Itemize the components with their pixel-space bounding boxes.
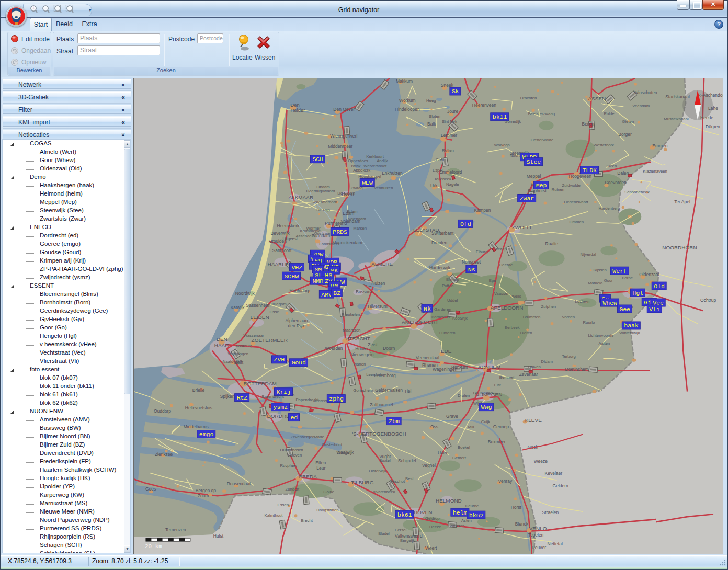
svg-text:Terneuzen: Terneuzen <box>165 527 186 532</box>
svg-text:Vli: Vli <box>649 306 660 313</box>
svg-text:Waalwijk: Waalwijk <box>336 450 354 455</box>
svg-text:PRDS: PRDS <box>333 229 347 235</box>
svg-text:Monnickendam: Monnickendam <box>332 240 362 245</box>
svg-text:ZWOLLE: ZWOLLE <box>512 224 533 230</box>
svg-text:ZVH: ZVH <box>274 356 285 363</box>
svg-text:NOORDHORN: NOORDHORN <box>662 245 697 250</box>
svg-text:helm: helm <box>453 509 468 516</box>
svg-text:Didam: Didam <box>541 359 553 364</box>
svg-text:Doorn: Doorn <box>383 346 395 351</box>
svg-text:bk11: bk11 <box>493 113 507 120</box>
svg-text:HAAG: HAAG <box>214 343 230 348</box>
svg-text:Twello: Twello <box>510 294 521 299</box>
svg-text:DEN: DEN <box>217 336 228 342</box>
svg-text:Reuver: Reuver <box>532 545 546 550</box>
svg-text:Weert: Weert <box>425 545 437 551</box>
svg-text:Oisterwijk: Oisterwijk <box>369 469 386 473</box>
svg-text:Enkhuizen: Enkhuizen <box>382 170 403 176</box>
svg-text:Workum: Workum <box>399 98 415 103</box>
svg-text:Creil: Creil <box>436 157 444 162</box>
svg-text:Lisse: Lisse <box>270 310 279 314</box>
svg-text:Roosendaal: Roosendaal <box>227 481 251 486</box>
svg-text:Uddel: Uddel <box>447 298 458 303</box>
svg-text:Helder: Helder <box>290 107 305 113</box>
svg-text:haak: haak <box>624 322 639 329</box>
svg-text:Schermerhorn: Schermerhorn <box>311 200 337 204</box>
svg-text:Musselkanaal: Musselkanaal <box>664 117 689 121</box>
svg-text:BREDA: BREDA <box>299 474 317 480</box>
svg-text:Wageningen: Wageningen <box>433 367 458 372</box>
svg-text:ZOETERMEER: ZOETERMEER <box>252 337 288 343</box>
svg-text:Ter Apel: Ter Apel <box>674 199 690 204</box>
svg-text:Ouddorp: Ouddorp <box>154 408 171 414</box>
svg-text:Rolde: Rolde <box>604 111 614 116</box>
svg-text:WEW: WEW <box>362 179 373 186</box>
svg-text:Schoonebeek: Schoonebeek <box>624 190 650 195</box>
svg-text:Winschoten: Winschoten <box>634 90 657 95</box>
svg-text:Gennep: Gennep <box>493 424 509 429</box>
svg-text:Vaassen: Vaassen <box>494 291 510 296</box>
svg-text:Oldenzaal: Oldenzaal <box>639 272 659 277</box>
svg-text:Heerhugowaard: Heerhugowaard <box>306 189 335 193</box>
svg-text:IJmuiden: IJmuiden <box>269 238 287 244</box>
svg-text:Doetinchem: Doetinchem <box>565 367 589 372</box>
svg-text:Boekel: Boekel <box>458 445 470 450</box>
svg-text:Zbm: Zbm <box>389 418 400 425</box>
svg-text:TILBURG: TILBURG <box>351 480 373 485</box>
svg-text:Emmeloord: Emmeloord <box>439 169 462 175</box>
svg-text:Dedemsvaart: Dedemsvaart <box>564 200 589 204</box>
svg-text:Horst: Horst <box>511 505 522 510</box>
svg-text:ALMERE: ALMERE <box>371 261 393 267</box>
svg-text:Hillegom: Hillegom <box>271 302 287 306</box>
svg-text:ed: ed <box>290 414 298 421</box>
svg-text:NMR: NMR <box>312 278 323 284</box>
svg-text:Swifterbant: Swifterbant <box>431 231 454 236</box>
svg-text:AMV: AMV <box>321 291 332 298</box>
svg-text:Twisk: Twisk <box>350 164 361 168</box>
svg-text:Hilversum: Hilversum <box>368 304 388 309</box>
svg-text:Zundert: Zundert <box>285 487 300 492</box>
svg-text:Dalen: Dalen <box>617 170 629 176</box>
svg-text:Grave: Grave <box>446 414 458 419</box>
svg-text:Epe: Epe <box>489 278 496 283</box>
svg-text:SCH: SCH <box>312 156 323 163</box>
svg-text:Sleen: Sleen <box>606 164 617 168</box>
svg-text:Papendrecht: Papendrecht <box>295 397 319 402</box>
svg-text:Zeist: Zeist <box>368 342 378 347</box>
svg-text:Heemskerk: Heemskerk <box>277 223 300 229</box>
svg-text:LEIDEN: LEIDEN <box>251 314 269 320</box>
svg-text:Valkenswaard: Valkenswaard <box>395 533 423 539</box>
svg-text:Santpoort: Santpoort <box>272 248 292 253</box>
svg-text:Woerden: Woerden <box>325 346 343 351</box>
svg-text:Markelo: Markelo <box>588 281 602 286</box>
svg-text:Lunteren: Lunteren <box>439 330 456 335</box>
svg-text:Best: Best <box>405 476 414 481</box>
svg-text:Venhuizen: Venhuizen <box>374 186 393 190</box>
svg-text:Bemmel: Bemmel <box>499 375 515 380</box>
svg-text:Katwijk: Katwijk <box>231 305 245 310</box>
svg-text:Gorinchem: Gorinchem <box>353 388 373 393</box>
svg-text:Westerbork: Westerbork <box>593 143 614 147</box>
svg-text:TLDK: TLDK <box>582 167 597 174</box>
svg-text:KLEVE: KLEVE <box>525 417 542 423</box>
svg-text:Mep: Mep <box>536 182 547 189</box>
svg-text:Heerenveen: Heerenveen <box>472 102 496 108</box>
svg-text:Harderwijk: Harderwijk <box>429 265 451 270</box>
svg-text:Hardenberg: Hardenberg <box>598 206 620 211</box>
svg-text:Wezep: Wezep <box>494 247 507 252</box>
svg-text:Hoorn: Hoorn <box>342 192 354 197</box>
svg-text:Veenendaal: Veenendaal <box>416 355 439 360</box>
svg-text:Beetsterzwaag: Beetsterzwaag <box>528 111 555 116</box>
svg-text:ASSEN: ASSEN <box>588 96 606 101</box>
svg-text:Zevenaar: Zevenaar <box>519 372 538 377</box>
svg-text:Hellevoetsluis: Hellevoetsluis <box>185 405 212 411</box>
svg-text:VENLO: VENLO <box>529 526 547 531</box>
svg-text:Wateringen: Wateringen <box>228 351 248 356</box>
svg-text:Stee: Stee <box>527 158 541 165</box>
svg-text:Abbekerk: Abbekerk <box>353 168 370 173</box>
svg-text:Borne: Borne <box>622 276 633 280</box>
svg-text:Goes: Goes <box>145 486 156 492</box>
svg-text:Weeze: Weeze <box>534 459 548 464</box>
svg-text:Zaltbommel: Zaltbommel <box>370 402 393 407</box>
svg-text:Eersel: Eersel <box>395 528 406 532</box>
